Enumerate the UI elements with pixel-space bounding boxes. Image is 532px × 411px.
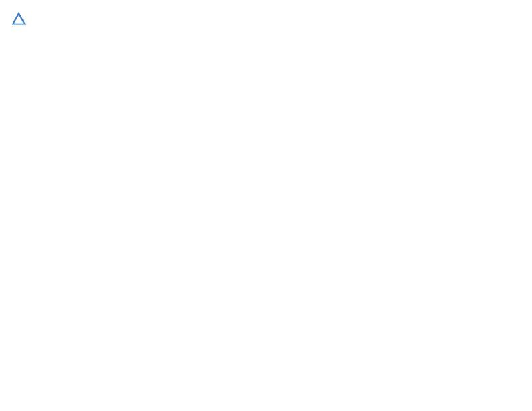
- logo-icon: [11, 11, 27, 27]
- page-header: [11, 11, 521, 27]
- logo: [11, 11, 30, 27]
